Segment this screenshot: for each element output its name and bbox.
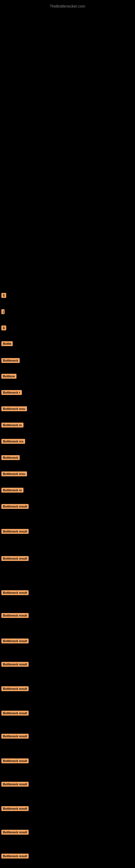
- label-bott4: Bottleneck r: [1, 390, 22, 395]
- label-bott11: Bottleneck result: [1, 504, 29, 509]
- label-bott23: Bottleneck result: [1, 806, 29, 811]
- label-bott19: Bottleneck result: [1, 711, 29, 716]
- label-bott5: Bottleneck resu: [1, 406, 27, 411]
- label-bott18: Bottleneck result: [1, 686, 29, 691]
- label-e2: E: [1, 326, 6, 330]
- label-bott1: Bottle: [1, 341, 13, 346]
- label-bott24: Bottleneck result: [1, 830, 29, 835]
- content-area: TheBottlenecker.com E[EBottleBottleneckB…: [0, 0, 135, 868]
- label-bott16: Bottleneck result: [1, 639, 29, 643]
- label-e1: E: [1, 293, 6, 298]
- label-bott3: Bottlene: [1, 374, 16, 379]
- label-bott13: Bottleneck result: [1, 556, 29, 561]
- label-bott2: Bottleneck: [1, 358, 20, 363]
- label-bott12: Bottleneck result: [1, 529, 29, 534]
- label-bott20: Bottleneck result: [1, 734, 29, 739]
- label-bott10: Bottleneck re: [1, 488, 24, 493]
- label-bott8: Bottleneck: [1, 455, 20, 460]
- label-bott17: Bottleneck result: [1, 662, 29, 667]
- label-bracket: [: [1, 309, 5, 314]
- label-bott7: Bottleneck res: [1, 439, 25, 444]
- label-bott9: Bottleneck resu: [1, 471, 27, 476]
- label-bott14: Bottleneck result: [1, 590, 29, 595]
- label-bott6: Bottleneck re: [1, 423, 24, 428]
- site-title: TheBottlenecker.com: [0, 1, 135, 11]
- label-bott22: Bottleneck result: [1, 782, 29, 786]
- label-bott25: Bottleneck result: [1, 854, 29, 859]
- label-bott21: Bottleneck result: [1, 758, 29, 763]
- label-bott15: Bottleneck result: [1, 613, 29, 618]
